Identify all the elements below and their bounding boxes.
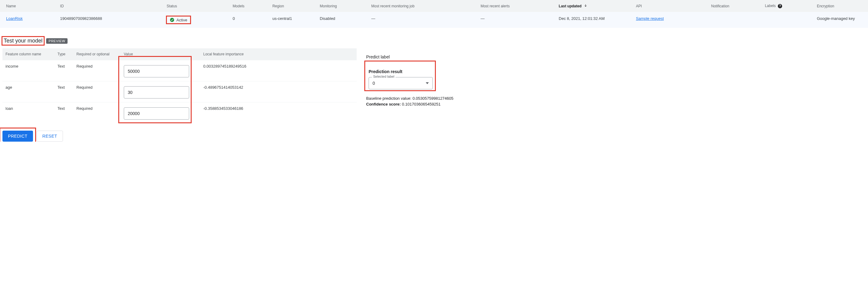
table-row[interactable]: LoanRisk 1904890700982386688 Active 0 us… xyxy=(0,12,868,28)
selected-label-dropdown[interactable]: Selected label 0 xyxy=(369,77,433,89)
col-last-updated-label: Last updated xyxy=(559,4,582,8)
confidence-score: Confidence score: 0.1017036065459251 xyxy=(366,102,857,107)
col-api[interactable]: API xyxy=(633,0,708,12)
feature-value-input[interactable] xyxy=(124,65,189,78)
endpoint-region: us-central1 xyxy=(269,12,317,28)
feature-importance: 0.003289745189249516 xyxy=(200,60,357,72)
endpoint-status: Active xyxy=(176,18,187,22)
sort-desc-icon xyxy=(584,4,587,7)
col-labels[interactable]: Labels ? xyxy=(762,0,814,12)
feat-col-value: Value xyxy=(121,48,200,60)
col-models[interactable]: Models xyxy=(229,0,269,12)
prediction-result-title: Prediction result xyxy=(369,69,854,74)
predict-label-heading: Predict label xyxy=(366,54,857,59)
feature-name: income xyxy=(2,60,54,72)
svg-point-0 xyxy=(170,18,174,22)
reset-button[interactable]: RESET xyxy=(37,130,63,142)
col-notification[interactable]: Notification xyxy=(708,0,762,12)
feature-name: age xyxy=(2,81,54,93)
feat-col-required: Required or optional xyxy=(73,48,121,60)
endpoint-encryption: Google-managed key xyxy=(814,12,868,28)
preview-badge: PREVIEW xyxy=(46,38,67,44)
feature-required: Required xyxy=(73,81,121,93)
feat-col-importance: Local feature importance xyxy=(200,48,357,60)
col-most-recent-monitoring[interactable]: Most recent monitoring job xyxy=(368,0,478,12)
col-monitoring[interactable]: Monitoring xyxy=(317,0,368,12)
endpoint-most-recent-alerts: — xyxy=(477,12,556,28)
page-title: Test your model xyxy=(2,37,44,45)
endpoint-name-link[interactable]: LoanRisk xyxy=(6,16,23,21)
feature-importance: -0.4896751414053142 xyxy=(200,81,357,93)
endpoint-last-updated: Dec 8, 2021, 12:01:32 AM xyxy=(556,12,633,28)
endpoint-notification xyxy=(708,12,762,28)
features-panel: Feature column name Type Required or opt… xyxy=(2,48,357,142)
feat-col-type: Type xyxy=(54,48,73,60)
endpoint-labels xyxy=(762,12,814,28)
selected-label-value: 0 xyxy=(373,81,375,86)
prediction-panel: Predict label Prediction result Selected… xyxy=(357,48,866,114)
feature-name: loan xyxy=(2,103,54,114)
feature-value-input[interactable] xyxy=(124,107,189,120)
endpoint-models: 0 xyxy=(229,12,269,28)
baseline-prediction: Baseline prediction value: 0.05305759981… xyxy=(366,96,857,100)
endpoints-table: Name ID Status Models Region Monitoring … xyxy=(0,0,868,28)
endpoint-id: 1904890700982386688 xyxy=(57,12,164,28)
predict-button[interactable]: PREDICT xyxy=(2,130,33,142)
feature-type: Text xyxy=(54,103,73,114)
col-labels-label: Labels xyxy=(765,4,776,8)
col-status[interactable]: Status xyxy=(163,0,229,12)
endpoint-most-recent-monitoring: — xyxy=(368,12,478,28)
col-encryption[interactable]: Encryption xyxy=(814,0,868,12)
feature-value-input[interactable] xyxy=(124,86,189,98)
help-icon[interactable]: ? xyxy=(778,4,782,8)
col-region[interactable]: Region xyxy=(269,0,317,12)
feature-row: income Text Required 0.00328974518924951… xyxy=(2,60,357,81)
feature-importance: -0.3588534533046186 xyxy=(200,103,357,114)
check-circle-icon xyxy=(169,18,175,22)
col-last-updated[interactable]: Last updated xyxy=(556,0,633,12)
col-most-recent-alerts[interactable]: Most recent alerts xyxy=(477,0,556,12)
sample-request-link[interactable]: Sample request xyxy=(636,16,664,21)
col-id[interactable]: ID xyxy=(57,0,164,12)
feature-required: Required xyxy=(73,103,121,114)
chevron-down-icon xyxy=(426,82,429,84)
col-name[interactable]: Name xyxy=(0,0,57,12)
feature-type: Text xyxy=(54,60,73,72)
endpoint-monitoring: Disabled xyxy=(317,12,368,28)
feature-required: Required xyxy=(73,60,121,72)
feature-type: Text xyxy=(54,81,73,93)
selected-label-caption: Selected label xyxy=(372,75,396,78)
feature-row: age Text Required -0.4896751414053142 xyxy=(2,81,357,102)
feat-col-name: Feature column name xyxy=(2,48,54,60)
feature-row: loan Text Required -0.3588534533046186 xyxy=(2,102,357,123)
